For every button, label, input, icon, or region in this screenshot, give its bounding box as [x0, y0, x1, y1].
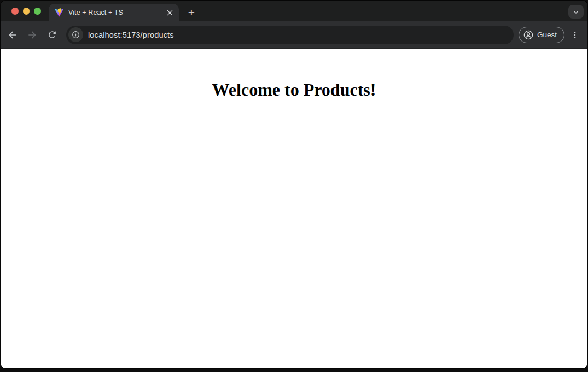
arrow-right-icon	[27, 29, 38, 40]
profile-label: Guest	[537, 31, 557, 39]
reload-button[interactable]	[43, 26, 61, 44]
three-dot-vertical-icon	[570, 31, 579, 39]
person-circle-icon	[523, 29, 534, 40]
close-window-button[interactable]	[11, 8, 19, 15]
tab-search-button[interactable]	[568, 5, 584, 19]
tab-title: Vite + React + TS	[68, 9, 165, 16]
url-text[interactable]: localhost:5173/products	[88, 31, 174, 39]
vite-logo-icon	[55, 8, 63, 17]
info-circle-icon	[71, 30, 80, 39]
new-tab-button[interactable]: +	[184, 4, 199, 20]
minimize-window-button[interactable]	[23, 8, 30, 15]
forward-button[interactable]	[23, 26, 42, 44]
chevron-down-icon	[573, 9, 579, 15]
arrow-left-icon	[7, 29, 18, 40]
page-content: Welcome to Products!	[1, 49, 587, 368]
browser-menu-button[interactable]	[566, 26, 584, 44]
site-info-button[interactable]	[68, 27, 83, 42]
traffic-lights	[11, 8, 41, 15]
tab-vite-react-ts[interactable]: Vite + React + TS	[49, 4, 179, 21]
page-heading: Welcome to Products!	[1, 80, 587, 100]
tab-close-button[interactable]	[165, 8, 174, 17]
back-button[interactable]	[3, 26, 22, 44]
zoom-window-button[interactable]	[34, 8, 41, 15]
tab-strip: Vite + React + TS +	[1, 1, 587, 21]
reload-icon	[47, 29, 57, 40]
profile-button[interactable]: Guest	[519, 27, 564, 43]
address-bar[interactable]: localhost:5173/products	[66, 26, 514, 44]
browser-toolbar: localhost:5173/products Guest	[1, 21, 587, 49]
browser-window: Vite + React + TS +	[0, 0, 588, 369]
